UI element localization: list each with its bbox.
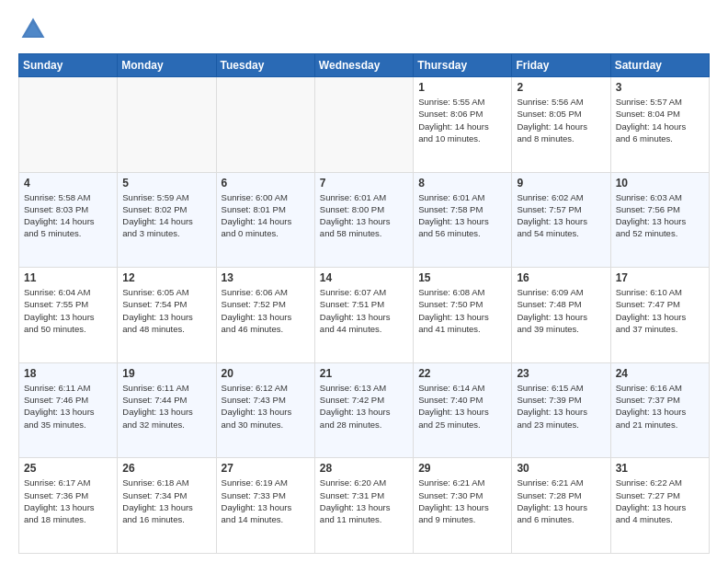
day-info: Sunrise: 6:08 AM Sunset: 7:50 PM Dayligh…	[418, 286, 506, 335]
day-info: Sunrise: 5:55 AM Sunset: 8:06 PM Dayligh…	[418, 96, 506, 144]
day-number: 17	[616, 271, 704, 284]
day-info: Sunrise: 6:19 AM Sunset: 7:33 PM Dayligh…	[222, 477, 310, 525]
day-info: Sunrise: 6:06 AM Sunset: 7:52 PM Dayligh…	[222, 286, 310, 335]
day-number: 26	[122, 462, 210, 475]
calendar-week-3: 11Sunrise: 6:04 AM Sunset: 7:55 PM Dayli…	[19, 268, 710, 363]
calendar-cell: 5Sunrise: 5:59 AM Sunset: 8:02 PM Daylig…	[118, 172, 216, 268]
day-info: Sunrise: 6:03 AM Sunset: 7:56 PM Dayligh…	[616, 191, 704, 240]
calendar-cell: 6Sunrise: 6:00 AM Sunset: 8:01 PM Daylig…	[216, 172, 314, 268]
calendar-cell	[216, 77, 314, 173]
weekday-header-friday: Friday	[512, 54, 610, 77]
day-info: Sunrise: 6:20 AM Sunset: 7:31 PM Dayligh…	[320, 477, 408, 525]
calendar-cell: 10Sunrise: 6:03 AM Sunset: 7:56 PM Dayli…	[610, 172, 709, 268]
calendar-header-row: SundayMondayTuesdayWednesdayThursdayFrid…	[19, 54, 710, 77]
calendar-cell: 2Sunrise: 5:56 AM Sunset: 8:05 PM Daylig…	[512, 77, 610, 173]
day-number: 14	[320, 271, 408, 284]
calendar-cell: 1Sunrise: 5:55 AM Sunset: 8:06 PM Daylig…	[414, 77, 512, 173]
calendar-cell: 4Sunrise: 5:58 AM Sunset: 8:03 PM Daylig…	[19, 172, 118, 268]
calendar-week-1: 1Sunrise: 5:55 AM Sunset: 8:06 PM Daylig…	[19, 77, 710, 173]
day-number: 18	[24, 367, 112, 380]
day-info: Sunrise: 6:04 AM Sunset: 7:55 PM Dayligh…	[24, 286, 112, 335]
day-info: Sunrise: 6:16 AM Sunset: 7:37 PM Dayligh…	[616, 382, 704, 431]
calendar-cell: 18Sunrise: 6:11 AM Sunset: 7:46 PM Dayli…	[19, 362, 118, 458]
day-info: Sunrise: 6:10 AM Sunset: 7:47 PM Dayligh…	[616, 286, 704, 335]
day-number: 3	[616, 81, 704, 94]
calendar-cell: 11Sunrise: 6:04 AM Sunset: 7:55 PM Dayli…	[19, 268, 118, 363]
weekday-header-tuesday: Tuesday	[216, 54, 314, 77]
calendar-cell: 16Sunrise: 6:09 AM Sunset: 7:48 PM Dayli…	[512, 268, 610, 363]
day-info: Sunrise: 5:57 AM Sunset: 8:04 PM Dayligh…	[616, 96, 704, 144]
calendar-cell: 31Sunrise: 6:22 AM Sunset: 7:27 PM Dayli…	[610, 458, 709, 554]
logo	[18, 15, 51, 44]
day-number: 20	[222, 367, 310, 380]
day-info: Sunrise: 6:13 AM Sunset: 7:42 PM Dayligh…	[320, 382, 408, 431]
logo-icon	[18, 15, 48, 44]
calendar-cell	[118, 77, 216, 173]
calendar-week-5: 25Sunrise: 6:17 AM Sunset: 7:36 PM Dayli…	[19, 458, 710, 554]
day-info: Sunrise: 5:56 AM Sunset: 8:05 PM Dayligh…	[517, 96, 605, 144]
calendar-cell: 8Sunrise: 6:01 AM Sunset: 7:58 PM Daylig…	[414, 172, 512, 268]
day-info: Sunrise: 6:14 AM Sunset: 7:40 PM Dayligh…	[418, 382, 506, 431]
day-number: 30	[517, 462, 605, 475]
calendar-cell: 17Sunrise: 6:10 AM Sunset: 7:47 PM Dayli…	[610, 268, 709, 363]
day-number: 19	[122, 367, 210, 380]
day-info: Sunrise: 6:02 AM Sunset: 7:57 PM Dayligh…	[517, 191, 605, 240]
day-info: Sunrise: 6:09 AM Sunset: 7:48 PM Dayligh…	[517, 286, 605, 335]
calendar-cell: 14Sunrise: 6:07 AM Sunset: 7:51 PM Dayli…	[314, 268, 413, 363]
day-number: 15	[418, 271, 506, 284]
calendar-cell	[19, 77, 118, 173]
day-info: Sunrise: 6:11 AM Sunset: 7:46 PM Dayligh…	[24, 382, 112, 431]
day-info: Sunrise: 6:07 AM Sunset: 7:51 PM Dayligh…	[320, 286, 408, 335]
day-number: 22	[418, 367, 506, 380]
day-info: Sunrise: 6:17 AM Sunset: 7:36 PM Dayligh…	[24, 477, 112, 525]
calendar-week-4: 18Sunrise: 6:11 AM Sunset: 7:46 PM Dayli…	[19, 362, 710, 458]
day-info: Sunrise: 6:18 AM Sunset: 7:34 PM Dayligh…	[122, 477, 210, 525]
page: SundayMondayTuesdayWednesdayThursdayFrid…	[0, 0, 728, 563]
calendar-cell: 20Sunrise: 6:12 AM Sunset: 7:43 PM Dayli…	[216, 362, 314, 458]
day-info: Sunrise: 6:21 AM Sunset: 7:28 PM Dayligh…	[517, 477, 605, 525]
calendar-cell	[314, 77, 413, 173]
weekday-header-wednesday: Wednesday	[314, 54, 413, 77]
day-info: Sunrise: 6:12 AM Sunset: 7:43 PM Dayligh…	[222, 382, 310, 431]
calendar-cell: 13Sunrise: 6:06 AM Sunset: 7:52 PM Dayli…	[216, 268, 314, 363]
day-info: Sunrise: 6:11 AM Sunset: 7:44 PM Dayligh…	[122, 382, 210, 431]
calendar-cell: 19Sunrise: 6:11 AM Sunset: 7:44 PM Dayli…	[118, 362, 216, 458]
day-number: 9	[517, 177, 605, 190]
day-number: 16	[517, 271, 605, 284]
day-number: 6	[222, 177, 310, 190]
day-info: Sunrise: 5:59 AM Sunset: 8:02 PM Dayligh…	[122, 191, 210, 240]
calendar-cell: 22Sunrise: 6:14 AM Sunset: 7:40 PM Dayli…	[414, 362, 512, 458]
day-info: Sunrise: 6:01 AM Sunset: 8:00 PM Dayligh…	[320, 191, 408, 240]
calendar-cell: 7Sunrise: 6:01 AM Sunset: 8:00 PM Daylig…	[314, 172, 413, 268]
day-info: Sunrise: 6:15 AM Sunset: 7:39 PM Dayligh…	[517, 382, 605, 431]
day-info: Sunrise: 6:21 AM Sunset: 7:30 PM Dayligh…	[418, 477, 506, 525]
day-number: 23	[517, 367, 605, 380]
calendar-cell: 30Sunrise: 6:21 AM Sunset: 7:28 PM Dayli…	[512, 458, 610, 554]
header	[18, 15, 710, 44]
day-number: 11	[24, 271, 112, 284]
day-number: 12	[122, 271, 210, 284]
calendar-cell: 12Sunrise: 6:05 AM Sunset: 7:54 PM Dayli…	[118, 268, 216, 363]
weekday-header-thursday: Thursday	[414, 54, 512, 77]
calendar-cell: 24Sunrise: 6:16 AM Sunset: 7:37 PM Dayli…	[610, 362, 709, 458]
calendar-week-2: 4Sunrise: 5:58 AM Sunset: 8:03 PM Daylig…	[19, 172, 710, 268]
day-info: Sunrise: 6:00 AM Sunset: 8:01 PM Dayligh…	[222, 191, 310, 240]
day-number: 24	[616, 367, 704, 380]
calendar-cell: 9Sunrise: 6:02 AM Sunset: 7:57 PM Daylig…	[512, 172, 610, 268]
day-number: 5	[122, 177, 210, 190]
day-info: Sunrise: 6:01 AM Sunset: 7:58 PM Dayligh…	[418, 191, 506, 240]
calendar-table: SundayMondayTuesdayWednesdayThursdayFrid…	[18, 53, 710, 554]
day-number: 31	[616, 462, 704, 475]
day-info: Sunrise: 6:05 AM Sunset: 7:54 PM Dayligh…	[122, 286, 210, 335]
day-number: 4	[24, 177, 112, 190]
day-info: Sunrise: 6:22 AM Sunset: 7:27 PM Dayligh…	[616, 477, 704, 525]
calendar-cell: 28Sunrise: 6:20 AM Sunset: 7:31 PM Dayli…	[314, 458, 413, 554]
calendar-cell: 25Sunrise: 6:17 AM Sunset: 7:36 PM Dayli…	[19, 458, 118, 554]
weekday-header-sunday: Sunday	[19, 54, 118, 77]
calendar-cell: 15Sunrise: 6:08 AM Sunset: 7:50 PM Dayli…	[414, 268, 512, 363]
day-number: 13	[222, 271, 310, 284]
day-number: 1	[418, 81, 506, 94]
calendar-cell: 21Sunrise: 6:13 AM Sunset: 7:42 PM Dayli…	[314, 362, 413, 458]
calendar-cell: 29Sunrise: 6:21 AM Sunset: 7:30 PM Dayli…	[414, 458, 512, 554]
day-number: 2	[517, 81, 605, 94]
